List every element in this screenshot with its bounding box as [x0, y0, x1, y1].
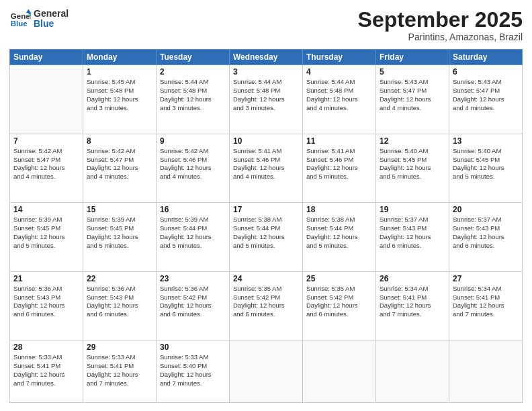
day-info: Sunrise: 5:42 AMSunset: 5:46 PMDaylight:…: [160, 147, 226, 181]
month-title: September 2025: [358, 8, 523, 32]
day-info: Sunrise: 5:38 AMSunset: 5:44 PMDaylight:…: [233, 216, 299, 250]
day-info: Sunrise: 5:40 AMSunset: 5:45 PMDaylight:…: [453, 147, 519, 181]
day-number: 3: [233, 67, 299, 77]
calendar-cell: 26Sunrise: 5:34 AMSunset: 5:41 PMDayligh…: [376, 271, 449, 340]
calendar-cell: 12Sunrise: 5:40 AMSunset: 5:45 PMDayligh…: [376, 134, 449, 203]
calendar-cell: [449, 340, 523, 403]
day-number: 9: [160, 136, 226, 146]
col-header-thursday: Thursday: [303, 50, 376, 65]
day-info: Sunrise: 5:42 AMSunset: 5:47 PMDaylight:…: [87, 147, 152, 181]
day-number: 29: [87, 342, 152, 352]
calendar-body: 1Sunrise: 5:45 AMSunset: 5:48 PMDaylight…: [10, 65, 523, 403]
logo: General Blue General Blue: [9, 8, 69, 30]
day-info: Sunrise: 5:35 AMSunset: 5:42 PMDaylight:…: [233, 285, 299, 319]
day-info: Sunrise: 5:37 AMSunset: 5:43 PMDaylight:…: [380, 216, 445, 250]
col-header-tuesday: Tuesday: [157, 50, 230, 65]
calendar-cell: 7Sunrise: 5:42 AMSunset: 5:47 PMDaylight…: [10, 134, 83, 203]
page-header: General Blue General Blue September 2025…: [9, 8, 523, 42]
day-info: Sunrise: 5:39 AMSunset: 5:44 PMDaylight:…: [160, 216, 226, 250]
col-header-friday: Friday: [376, 50, 449, 65]
day-number: 1: [87, 67, 152, 77]
day-number: 7: [13, 136, 79, 146]
day-number: 5: [380, 67, 445, 77]
calendar-cell: 4Sunrise: 5:44 AMSunset: 5:48 PMDaylight…: [303, 65, 376, 134]
day-info: Sunrise: 5:34 AMSunset: 5:41 PMDaylight:…: [453, 285, 519, 319]
calendar-cell: 6Sunrise: 5:43 AMSunset: 5:47 PMDaylight…: [449, 65, 523, 134]
calendar-cell: [376, 340, 449, 403]
calendar-week-1: 1Sunrise: 5:45 AMSunset: 5:48 PMDaylight…: [10, 65, 523, 134]
day-number: 4: [306, 67, 372, 77]
day-info: Sunrise: 5:36 AMSunset: 5:42 PMDaylight:…: [160, 285, 226, 319]
day-number: 25: [306, 274, 372, 283]
title-block: September 2025 Parintins, Amazonas, Braz…: [358, 8, 523, 42]
day-info: Sunrise: 5:38 AMSunset: 5:44 PMDaylight:…: [306, 216, 372, 250]
col-header-sunday: Sunday: [10, 50, 83, 65]
day-number: 6: [453, 67, 519, 77]
day-info: Sunrise: 5:44 AMSunset: 5:48 PMDaylight:…: [160, 78, 226, 112]
calendar-week-2: 7Sunrise: 5:42 AMSunset: 5:47 PMDaylight…: [10, 134, 523, 203]
col-header-saturday: Saturday: [449, 50, 523, 65]
calendar-cell: 8Sunrise: 5:42 AMSunset: 5:47 PMDaylight…: [83, 134, 157, 203]
calendar-cell: 20Sunrise: 5:37 AMSunset: 5:43 PMDayligh…: [449, 203, 523, 272]
day-number: 13: [453, 136, 519, 146]
day-info: Sunrise: 5:44 AMSunset: 5:48 PMDaylight:…: [306, 78, 372, 112]
calendar-cell: 15Sunrise: 5:39 AMSunset: 5:45 PMDayligh…: [83, 203, 157, 272]
calendar-header-row: SundayMondayTuesdayWednesdayThursdayFrid…: [10, 50, 523, 65]
calendar-week-5: 28Sunrise: 5:33 AMSunset: 5:41 PMDayligh…: [10, 340, 523, 403]
day-info: Sunrise: 5:43 AMSunset: 5:47 PMDaylight:…: [380, 78, 445, 112]
day-info: Sunrise: 5:43 AMSunset: 5:47 PMDaylight:…: [453, 78, 519, 112]
calendar-cell: 24Sunrise: 5:35 AMSunset: 5:42 PMDayligh…: [230, 271, 303, 340]
calendar-cell: 16Sunrise: 5:39 AMSunset: 5:44 PMDayligh…: [157, 203, 230, 272]
calendar-cell: 19Sunrise: 5:37 AMSunset: 5:43 PMDayligh…: [376, 203, 449, 272]
calendar-cell: [303, 340, 376, 403]
day-info: Sunrise: 5:36 AMSunset: 5:43 PMDaylight:…: [87, 285, 152, 319]
day-number: 11: [306, 136, 372, 146]
day-number: 12: [380, 136, 445, 146]
day-info: Sunrise: 5:33 AMSunset: 5:41 PMDaylight:…: [87, 353, 152, 387]
calendar-table: SundayMondayTuesdayWednesdayThursdayFrid…: [9, 49, 523, 403]
day-number: 17: [233, 205, 299, 214]
logo-icon: General Blue: [9, 8, 31, 30]
calendar-cell: 13Sunrise: 5:40 AMSunset: 5:45 PMDayligh…: [449, 134, 523, 203]
calendar-week-3: 14Sunrise: 5:39 AMSunset: 5:45 PMDayligh…: [10, 203, 523, 272]
calendar-cell: 17Sunrise: 5:38 AMSunset: 5:44 PMDayligh…: [230, 203, 303, 272]
calendar-cell: 1Sunrise: 5:45 AMSunset: 5:48 PMDaylight…: [83, 65, 157, 134]
day-info: Sunrise: 5:40 AMSunset: 5:45 PMDaylight:…: [380, 147, 445, 181]
day-number: 16: [160, 205, 226, 214]
calendar-cell: 30Sunrise: 5:33 AMSunset: 5:40 PMDayligh…: [157, 340, 230, 403]
day-info: Sunrise: 5:41 AMSunset: 5:46 PMDaylight:…: [306, 147, 372, 181]
day-info: Sunrise: 5:39 AMSunset: 5:45 PMDaylight:…: [87, 216, 152, 250]
calendar-cell: 28Sunrise: 5:33 AMSunset: 5:41 PMDayligh…: [10, 340, 83, 403]
calendar-cell: [230, 340, 303, 403]
calendar-cell: 21Sunrise: 5:36 AMSunset: 5:43 PMDayligh…: [10, 271, 83, 340]
calendar-cell: 14Sunrise: 5:39 AMSunset: 5:45 PMDayligh…: [10, 203, 83, 272]
day-info: Sunrise: 5:44 AMSunset: 5:48 PMDaylight:…: [233, 78, 299, 112]
day-number: 18: [306, 205, 372, 214]
day-number: 30: [160, 342, 226, 352]
day-info: Sunrise: 5:36 AMSunset: 5:43 PMDaylight:…: [13, 285, 79, 319]
day-number: 26: [380, 274, 445, 283]
calendar-cell: 9Sunrise: 5:42 AMSunset: 5:46 PMDaylight…: [157, 134, 230, 203]
day-number: 23: [160, 274, 226, 283]
calendar-cell: 27Sunrise: 5:34 AMSunset: 5:41 PMDayligh…: [449, 271, 523, 340]
day-number: 8: [87, 136, 152, 146]
day-info: Sunrise: 5:33 AMSunset: 5:41 PMDaylight:…: [13, 353, 79, 387]
calendar-cell: 2Sunrise: 5:44 AMSunset: 5:48 PMDaylight…: [157, 65, 230, 134]
day-info: Sunrise: 5:39 AMSunset: 5:45 PMDaylight:…: [13, 216, 79, 250]
location: Parintins, Amazonas, Brazil: [358, 32, 523, 42]
day-info: Sunrise: 5:33 AMSunset: 5:40 PMDaylight:…: [160, 353, 226, 387]
day-info: Sunrise: 5:45 AMSunset: 5:48 PMDaylight:…: [87, 78, 152, 112]
day-number: 19: [380, 205, 445, 214]
day-number: 20: [453, 205, 519, 214]
calendar-cell: 5Sunrise: 5:43 AMSunset: 5:47 PMDaylight…: [376, 65, 449, 134]
calendar-cell: 23Sunrise: 5:36 AMSunset: 5:42 PMDayligh…: [157, 271, 230, 340]
calendar-cell: 22Sunrise: 5:36 AMSunset: 5:43 PMDayligh…: [83, 271, 157, 340]
day-info: Sunrise: 5:41 AMSunset: 5:46 PMDaylight:…: [233, 147, 299, 181]
day-number: 22: [87, 274, 152, 283]
day-number: 21: [13, 274, 79, 283]
svg-marker-2: [26, 9, 31, 13]
calendar-cell: 25Sunrise: 5:35 AMSunset: 5:42 PMDayligh…: [303, 271, 376, 340]
calendar-cell: 10Sunrise: 5:41 AMSunset: 5:46 PMDayligh…: [230, 134, 303, 203]
day-number: 27: [453, 274, 519, 283]
logo-blue: Blue: [34, 19, 69, 29]
